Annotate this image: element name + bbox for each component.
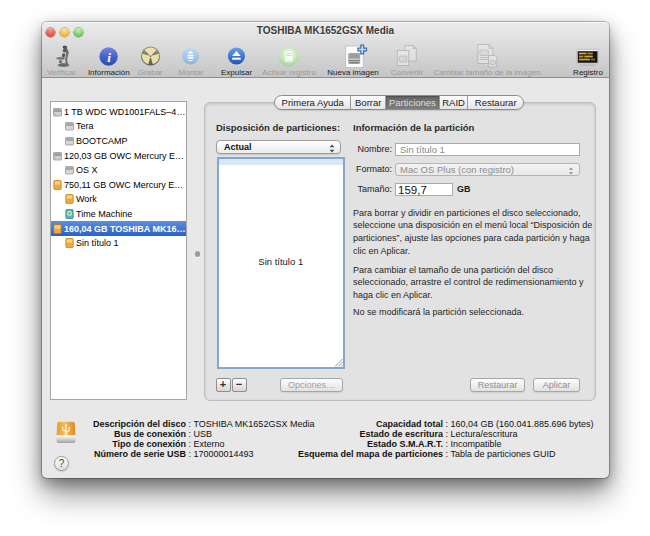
svg-text:i: i [107, 49, 111, 64]
